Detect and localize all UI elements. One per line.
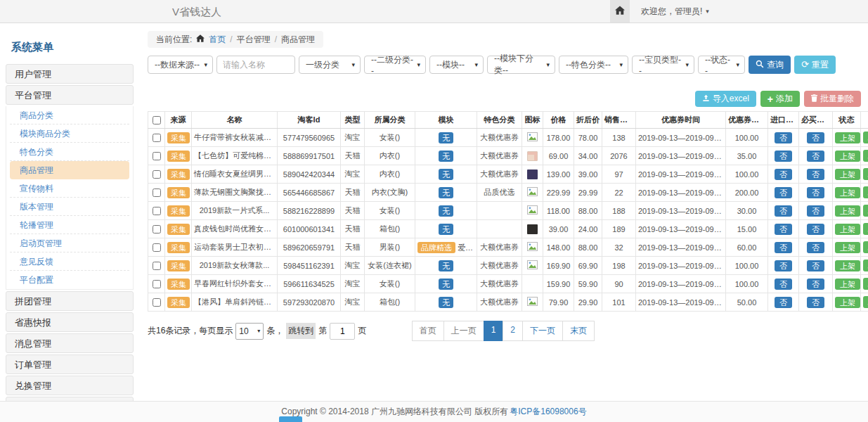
imported-toggle[interactable]: 否 (775, 224, 792, 235)
edit-button[interactable] (863, 296, 868, 308)
row-checkbox[interactable] (153, 225, 161, 234)
edit-button[interactable] (863, 260, 868, 271)
status-toggle[interactable]: 上架 (835, 279, 860, 290)
cell-taoke_id: 597293020870 (278, 293, 341, 312)
must-buy-toggle[interactable]: 否 (807, 205, 824, 217)
status-toggle[interactable]: 上架 (835, 132, 860, 143)
imported-toggle[interactable]: 否 (775, 297, 792, 308)
pager-page-1[interactable]: 1 (484, 321, 504, 341)
filter-select-item-type[interactable]: --宝贝类型--▾ (632, 56, 694, 74)
edit-button[interactable] (863, 223, 868, 235)
must-buy-toggle[interactable]: 否 (807, 169, 824, 180)
filter-select-special-category[interactable]: --特色分类--▾ (559, 56, 628, 74)
filter-select-module[interactable]: --模块--▾ (429, 56, 484, 74)
edit-button[interactable] (863, 205, 868, 217)
sidebar-item-platform-config[interactable]: 平台配置 (10, 271, 129, 289)
sidebar-item-promo-material[interactable]: 宣传物料 (10, 179, 129, 198)
filter-input-name[interactable] (216, 56, 295, 74)
pagination-summary: 共16条记录，每页显示 10▾ 条， 跳转到 第 页 (148, 323, 366, 340)
status-toggle[interactable]: 上架 (835, 187, 860, 198)
pager-last[interactable]: 末页 (562, 321, 595, 341)
must-buy-toggle[interactable]: 否 (807, 279, 824, 290)
status-toggle[interactable]: 上架 (835, 242, 860, 253)
sidebar-item-order-manage[interactable]: 订单管理 (6, 354, 134, 374)
must-buy-toggle[interactable]: 否 (807, 132, 824, 143)
filter-select-level1-category[interactable]: 一级分类▾ (299, 56, 361, 74)
cell-price: 148.00 (543, 238, 574, 257)
status-toggle[interactable]: 上架 (835, 205, 860, 217)
filter-select-status[interactable]: --状态--▾ (698, 56, 745, 74)
reset-button[interactable]: ⟳ 重置 (794, 56, 836, 74)
bulk-delete-button[interactable]: 批量删除 (804, 91, 861, 107)
sidebar-item-version-manage[interactable]: 版本管理 (10, 198, 129, 216)
sidebar-item-express-news[interactable]: 省惠快报 (6, 312, 134, 332)
sidebar-item-special-category[interactable]: 特色分类 (10, 143, 129, 161)
filter-select-data-source[interactable]: --数据来源--▾ (148, 56, 213, 74)
icp-link[interactable]: 粤ICP备16098006号 (510, 406, 586, 418)
pager-page-2[interactable]: 2 (503, 321, 523, 341)
cell-taoke_id: 577479560965 (278, 129, 341, 147)
edit-button[interactable] (863, 241, 868, 253)
pager-first[interactable]: 首页 (412, 321, 444, 341)
sidebar-item-splash-manage[interactable]: 启动页管理 (10, 234, 129, 252)
sidebar-item-module-goods-category[interactable]: 模块商品分类 (10, 124, 129, 143)
pager-prev[interactable]: 上一页 (443, 321, 484, 341)
row-checkbox[interactable] (153, 188, 161, 197)
breadcrumb-home-link[interactable]: 首页 (209, 34, 226, 46)
row-checkbox[interactable] (153, 298, 161, 307)
must-buy-toggle[interactable]: 否 (807, 297, 824, 308)
row-checkbox[interactable] (153, 170, 161, 179)
sidebar-item-exchange-manage[interactable]: 兑换管理 (6, 376, 134, 395)
per-page-select[interactable]: 10▾ (235, 323, 264, 340)
imported-toggle[interactable]: 否 (775, 242, 792, 253)
sidebar-item-feedback[interactable]: 意见反馈 (10, 252, 129, 271)
edit-button[interactable] (863, 132, 868, 143)
add-button[interactable]: + 添加 (760, 91, 800, 107)
status-toggle[interactable]: 上架 (835, 151, 860, 162)
row-checkbox[interactable] (153, 134, 161, 142)
must-buy-toggle[interactable]: 否 (807, 224, 824, 235)
must-buy-toggle[interactable]: 否 (807, 242, 824, 253)
sidebar-item-carousel-manage[interactable]: 轮播管理 (10, 216, 129, 234)
imported-toggle[interactable]: 否 (775, 205, 792, 217)
jump-page-input[interactable] (330, 323, 355, 340)
must-buy-toggle[interactable]: 否 (807, 151, 824, 162)
pager-next[interactable]: 下一页 (522, 321, 563, 341)
imported-toggle[interactable]: 否 (775, 169, 792, 180)
status-toggle[interactable]: 上架 (835, 169, 860, 180)
must-buy-toggle[interactable]: 否 (807, 187, 824, 198)
edit-button[interactable] (863, 150, 868, 162)
sidebar-item-message-manage[interactable]: 消息管理 (6, 333, 134, 353)
sidebar-item-group-manage[interactable]: 拼团管理 (6, 291, 134, 311)
row-checkbox[interactable] (153, 262, 161, 270)
edit-button[interactable] (863, 186, 868, 198)
cell-type: 天猫 (341, 202, 365, 220)
row-checkbox[interactable] (153, 207, 161, 215)
header-home-button[interactable] (610, 0, 630, 23)
search-button[interactable]: 查询 (749, 56, 791, 74)
imported-toggle[interactable]: 否 (775, 151, 792, 162)
module-badge: 无 (439, 169, 453, 180)
user-menu[interactable]: 欢迎您，管理员! ▾ (641, 6, 709, 18)
filter-select-module-subcategory[interactable]: --模块下分类--▾ (487, 56, 555, 74)
sidebar-item-goods-category[interactable]: 商品分类 (10, 106, 129, 124)
must-buy-toggle[interactable]: 否 (807, 260, 824, 271)
row-checkbox[interactable] (153, 243, 161, 252)
status-toggle[interactable]: 上架 (835, 224, 860, 235)
sidebar-item-user-manage[interactable]: 用户管理 (6, 64, 134, 84)
status-toggle[interactable]: 上架 (835, 297, 860, 308)
sidebar-item-platform-manage[interactable]: 平台管理 (6, 85, 134, 105)
imported-toggle[interactable]: 否 (775, 132, 792, 143)
row-checkbox[interactable] (153, 280, 161, 288)
imported-toggle[interactable]: 否 (775, 187, 792, 198)
edit-button[interactable] (863, 168, 868, 180)
sidebar-item-goods-manage[interactable]: 商品管理 (10, 161, 129, 179)
edit-button[interactable] (863, 278, 868, 290)
imported-toggle[interactable]: 否 (775, 260, 792, 271)
imported-toggle[interactable]: 否 (775, 279, 792, 290)
status-toggle[interactable]: 上架 (835, 260, 860, 271)
select-all-checkbox[interactable] (153, 116, 161, 124)
row-checkbox[interactable] (153, 152, 161, 160)
import-excel-button[interactable]: 导入excel (695, 91, 756, 107)
filter-select-level2-category[interactable]: --二级分类--▾ (364, 56, 426, 74)
